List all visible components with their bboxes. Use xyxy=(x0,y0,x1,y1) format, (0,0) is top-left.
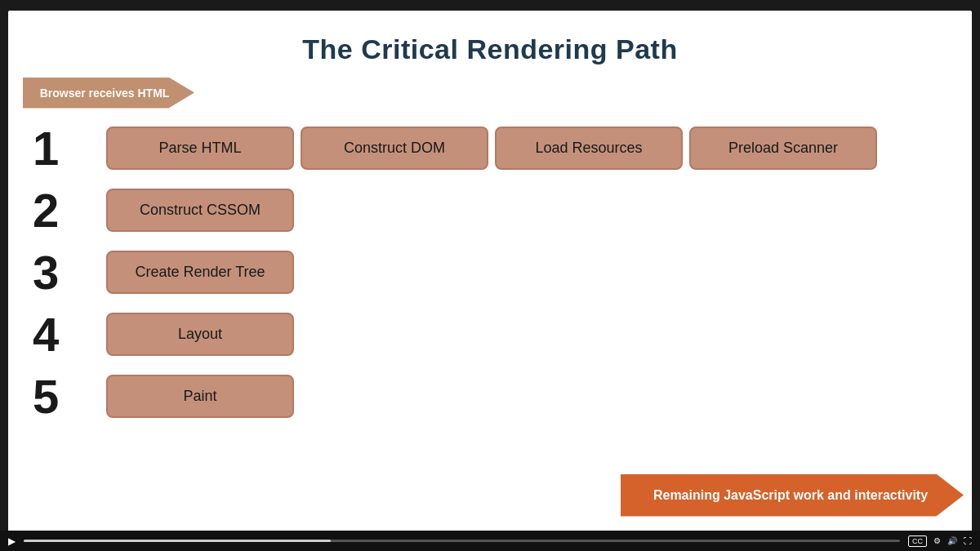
step-row-5: 5 Paint xyxy=(33,373,947,420)
progress-fill xyxy=(24,540,331,542)
step-row-4: 4 Layout xyxy=(33,311,947,358)
video-bar: ▶ CC ⚙ 🔊 ⛶ xyxy=(0,531,980,551)
cc-button[interactable]: CC xyxy=(908,535,927,547)
step-box-load-resources: Load Resources xyxy=(495,127,683,170)
step-row-1: 1 Parse HTML Construct DOM Load Resource… xyxy=(33,125,947,172)
video-controls-right: CC ⚙ 🔊 ⛶ xyxy=(908,535,972,547)
html-arrow: Browser receives HTML xyxy=(23,78,194,109)
steps-container: 1 Parse HTML Construct DOM Load Resource… xyxy=(33,125,947,435)
step-items-1: Parse HTML Construct DOM Load Resources … xyxy=(106,127,877,170)
step-box-construct-dom: Construct DOM xyxy=(301,127,488,170)
step-box-create-render-tree: Create Render Tree xyxy=(106,251,294,294)
step-row-2: 2 Construct CSSOM xyxy=(33,187,947,234)
step-items-2: Construct CSSOM xyxy=(106,189,294,232)
step-box-paint: Paint xyxy=(106,375,294,418)
settings-icon[interactable]: ⚙ xyxy=(933,536,941,545)
step-box-parse-html: Parse HTML xyxy=(106,127,294,170)
step-number-4: 4 xyxy=(33,311,106,358)
step-row-3: 3 Create Render Tree xyxy=(33,249,947,296)
html-arrow-container: Browser receives HTML xyxy=(23,78,194,109)
bottom-arrow-label: Remaining JavaScript work and interactiv… xyxy=(621,474,964,517)
bottom-arrow-container: Remaining JavaScript work and interactiv… xyxy=(621,474,964,517)
step-number-1: 1 xyxy=(33,125,106,172)
html-arrow-label: Browser receives HTML xyxy=(23,78,194,109)
slide: The Critical Rendering Path Browser rece… xyxy=(8,11,972,541)
step-box-construct-cssom: Construct CSSOM xyxy=(106,189,294,232)
step-items-4: Layout xyxy=(106,313,294,356)
step-items-5: Paint xyxy=(106,375,294,418)
step-box-preload-scanner: Preload Scanner xyxy=(689,127,877,170)
step-items-3: Create Render Tree xyxy=(106,251,294,294)
step-number-2: 2 xyxy=(33,187,106,234)
fullscreen-icon[interactable]: ⛶ xyxy=(964,536,972,545)
play-button[interactable]: ▶ xyxy=(8,535,16,547)
step-number-3: 3 xyxy=(33,249,106,296)
step-box-layout: Layout xyxy=(106,313,294,356)
step-number-5: 5 xyxy=(33,373,106,420)
slide-title: The Critical Rendering Path xyxy=(8,11,972,65)
progress-bar[interactable] xyxy=(24,540,900,542)
volume-icon[interactable]: 🔊 xyxy=(947,536,957,545)
